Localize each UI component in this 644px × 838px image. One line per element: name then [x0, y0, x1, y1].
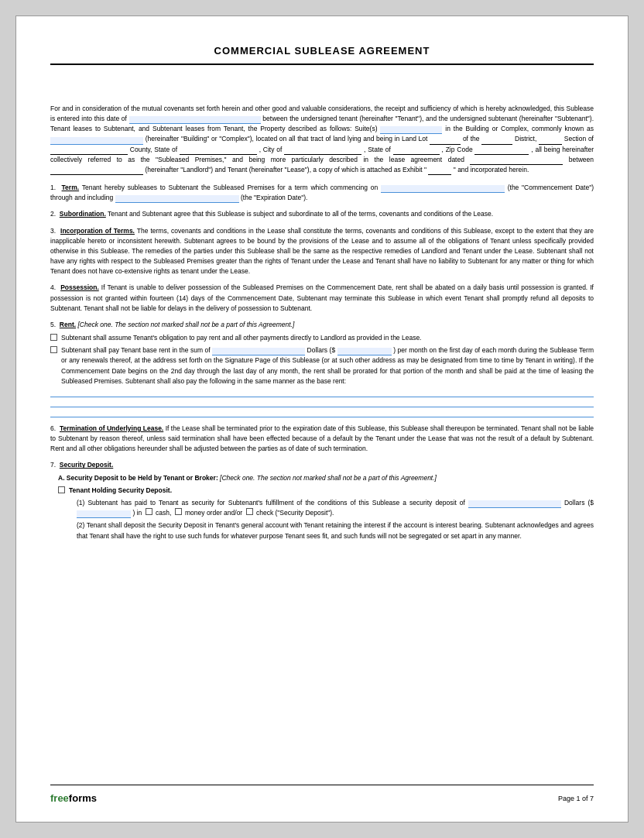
rent-checkbox1[interactable]: [50, 334, 57, 341]
section-subordination: 2. Subordination. Tenant and Subtenant a…: [50, 209, 594, 219]
tenant-holding-line: Tenant Holding Security Deposit.: [58, 486, 594, 496]
rent-additional-lines: [50, 390, 594, 417]
tenant-holding-checkbox[interactable]: [58, 486, 65, 493]
suite-field[interactable]: [380, 126, 442, 134]
section-incorporation: 3. Incorporation of Terms. The terms, co…: [50, 226, 594, 277]
between-field[interactable]: [50, 167, 143, 175]
rent-dollars-field[interactable]: [337, 348, 392, 355]
zip-field[interactable]: [474, 146, 529, 155]
rent-checkbox2[interactable]: [50, 346, 57, 353]
freeforms-logo: freeforms: [50, 792, 97, 806]
exhibit-field[interactable]: [428, 167, 451, 175]
section-rent: 5. Rent. [Check one. The section not mar…: [50, 320, 594, 417]
city-field[interactable]: [284, 146, 361, 155]
section-possession: 4. Possession. If Tenant is unable to de…: [50, 283, 594, 314]
document-title: COMMERCIAL SUBLEASE AGREEMENT: [50, 44, 594, 65]
sub2: (2) Tenant shall deposit the Security De…: [77, 520, 594, 541]
sub-a: A. Security Deposit to be Held by Tenant…: [58, 473, 594, 541]
rent-line-2: [50, 400, 594, 407]
check-checkbox[interactable]: [246, 508, 253, 515]
security-dollars-field[interactable]: [77, 510, 131, 518]
rent-line-1: [50, 390, 594, 397]
page-number: Page 1 of 7: [558, 794, 594, 804]
intro-paragraph: For and in consideration of the mutual c…: [50, 104, 594, 175]
section-security-deposit: 7. Security Deposit. A. Security Deposit…: [50, 460, 594, 541]
security-amount-field[interactable]: [468, 500, 561, 508]
money-order-checkbox[interactable]: [175, 508, 182, 515]
state-field[interactable]: [180, 146, 257, 155]
rent-checkbox2-line: Subtenant shall pay Tenant base rent in …: [50, 345, 594, 386]
cash-checkbox[interactable]: [146, 508, 152, 515]
state2-field[interactable]: [393, 146, 440, 155]
district-field[interactable]: [539, 136, 562, 145]
the-field[interactable]: [481, 136, 512, 145]
section-termination: 6. Termination of Underlying Lease. If t…: [50, 424, 594, 455]
county-name-field[interactable]: [50, 146, 128, 155]
document-page: COMMERCIAL SUBLEASE AGREEMENT For and in…: [15, 15, 629, 823]
rent-line-3: [50, 410, 594, 417]
commencement-date-field[interactable]: [381, 185, 505, 193]
building-name-field[interactable]: [50, 137, 143, 145]
section-term: 1. Term. Tenant hereby subleases to Subt…: [50, 183, 594, 203]
lease-date-field[interactable]: [470, 156, 563, 165]
rent-checkbox1-line: Subtenant shall assume Tenant's obligati…: [50, 333, 594, 343]
expiration-date-field[interactable]: [115, 195, 239, 203]
date-field[interactable]: [129, 116, 261, 124]
document-footer: freeforms Page 1 of 7: [50, 785, 594, 806]
sub1: (1) Subtenant has paid to Tenant as secu…: [77, 498, 594, 518]
land-lot-field[interactable]: [430, 136, 461, 145]
rent-amount-field[interactable]: [212, 348, 305, 355]
